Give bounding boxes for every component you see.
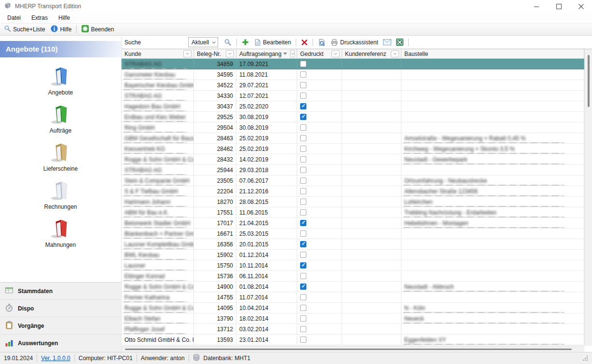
table-row[interactable]: Fremer Katharina1475511.07.2014: [122, 292, 584, 303]
print-preview-button[interactable]: [316, 38, 328, 47]
resize-grip[interactable]: [582, 355, 588, 361]
gedruckt-checkbox[interactable]: [300, 337, 306, 343]
sidebar-item-stammdaten[interactable]: Stammdaten: [0, 283, 121, 300]
gedruckt-checkbox[interactable]: [300, 177, 306, 184]
table-row[interactable]: Lausner1575010.11.2014: [122, 260, 584, 271]
table-row[interactable]: Lausner Komplettbau GmbH1635620.01.2015: [122, 239, 584, 250]
filter-button[interactable]: [331, 50, 340, 57]
table-row[interactable]: Hagedorn Bau GmbH3043725.02.2020: [122, 101, 584, 112]
sidebar-folder-angebote[interactable]: Angebote: [29, 65, 92, 96]
gedruckt-checkbox[interactable]: [300, 220, 306, 226]
sidebar-item-auswertungen[interactable]: Auswertungen: [0, 335, 121, 352]
gedruckt-checkbox[interactable]: [300, 273, 306, 279]
table-row[interactable]: Hartmann Johann1827028.08.2015Lohkirchen: [122, 197, 584, 207]
table-row[interactable]: Kiesvertrieb KG2846225.02.2019Kirchweg -…: [122, 144, 584, 154]
gedruckt-checkbox[interactable]: [300, 241, 306, 247]
search-input[interactable]: [146, 38, 187, 47]
table-row[interactable]: Rogge & Sohn GmbH & Co. KG1490001.08.201…: [122, 282, 584, 292]
print-button[interactable]: Druckassistent: [329, 38, 380, 47]
sidebar-item-vorgänge[interactable]: Vorgänge: [0, 317, 121, 335]
column-header-gedruckt[interactable]: Gedruckt: [297, 49, 342, 58]
horizontal-scrollbar-thumb[interactable]: [125, 349, 572, 350]
gedruckt-checkbox[interactable]: [300, 61, 306, 67]
delete-button[interactable]: [299, 38, 310, 47]
table-row[interactable]: Pfaffinger Josef1371203.02.2014: [122, 324, 584, 335]
menu-hilfe[interactable]: Hilfe: [53, 13, 75, 23]
filter-dropdown[interactable]: Aktuell: [188, 37, 218, 47]
close-button[interactable]: [570, 0, 592, 13]
gedruckt-checkbox[interactable]: [300, 315, 306, 322]
gedruckt-checkbox[interactable]: [300, 199, 306, 205]
table-row[interactable]: Elbach Stefan1379018.02.2014Neueck: [122, 313, 584, 324]
version-link[interactable]: Ver. 1.0.0.0: [41, 355, 70, 362]
table-row[interactable]: BWL Kiesbau1590201.12.2014: [122, 250, 584, 260]
maximize-button[interactable]: [548, 0, 570, 13]
gedruckt-checkbox[interactable]: [300, 103, 306, 109]
table-row[interactable]: ABM für Bau e.K.1755111.06.2015Trebbing …: [122, 207, 584, 218]
gedruckt-checkbox[interactable]: [300, 188, 306, 194]
gedruckt-checkbox[interactable]: [300, 124, 306, 131]
table-row[interactable]: Otto Schmid GmbH & Co. KG1359323.01.2014…: [122, 335, 584, 345]
gedruckt-checkbox[interactable]: [300, 93, 306, 99]
column-header-kunde[interactable]: Kunde: [122, 49, 194, 58]
sidebar-folder-mahnungen[interactable]: Mahnungen: [29, 217, 92, 248]
gedruckt-checkbox[interactable]: [300, 82, 306, 88]
column-header-baustelle[interactable]: Baustelle: [401, 49, 584, 58]
gedruckt-checkbox[interactable]: [300, 294, 306, 300]
sidebar-folder-aufträge[interactable]: Aufträge: [29, 103, 92, 134]
gedruckt-checkbox[interactable]: [300, 146, 306, 152]
gedruckt-checkbox[interactable]: [300, 167, 306, 173]
run-search-button[interactable]: [222, 38, 234, 47]
sidebar-folder-rechnungen[interactable]: Rechnungen: [29, 179, 92, 210]
suche-liste-button[interactable]: Suche+Liste: [1, 24, 48, 35]
hilfe-button[interactable]: Hilfe: [48, 24, 74, 35]
table-row[interactable]: Gansmeier Kiesbau3459511.08.2021: [122, 69, 584, 80]
table-row[interactable]: STRABAG AG3485917.09.2021: [122, 59, 584, 69]
table-row[interactable]: Ring GmbH2950430.08.2019: [122, 122, 584, 133]
filter-button[interactable]: [391, 50, 399, 57]
horizontal-scrollbar[interactable]: [122, 346, 584, 352]
table-row[interactable]: Erdbau und Kies Weber2952530.08.2019: [122, 112, 584, 122]
table-row[interactable]: Stein & Companie GmbH2350507.06.2017Orts…: [122, 175, 584, 186]
vertical-scrollbar-thumb[interactable]: [588, 55, 590, 107]
sidebar-item-dispo[interactable]: Dispo: [0, 300, 121, 317]
gedruckt-checkbox[interactable]: [300, 71, 306, 78]
gedruckt-checkbox[interactable]: [300, 283, 306, 290]
table-row[interactable]: STRABAG AG3433012.07.2021: [122, 91, 584, 101]
sidebar-folder-lieferscheine[interactable]: Lieferscheine: [29, 141, 92, 172]
table-row[interactable]: GBM Gesellschaft für Baustoff-2846325.02…: [122, 133, 584, 144]
gedruckt-checkbox[interactable]: [300, 230, 306, 237]
edit-button[interactable]: Bearbeiten: [252, 38, 293, 47]
gedruckt-checkbox[interactable]: [300, 156, 306, 162]
menu-extras[interactable]: Extras: [26, 13, 53, 23]
vertical-scrollbar[interactable]: [584, 49, 592, 346]
table-row[interactable]: S & F Tiefbau GmbH2220421.12.2016Allensb…: [122, 186, 584, 197]
gedruckt-checkbox[interactable]: [300, 135, 306, 141]
filter-button[interactable]: [290, 50, 295, 57]
column-header-kundenreferenz[interactable]: Kundenreferenz: [342, 49, 401, 58]
add-button[interactable]: [240, 38, 251, 47]
table-row[interactable]: Betonwerk Stadler GmbH1701721.04.2015Heb…: [122, 218, 584, 229]
beenden-button[interactable]: Beenden: [79, 24, 117, 35]
filter-button[interactable]: [226, 50, 234, 57]
column-header-beleg-nr.[interactable]: Beleg-Nr.: [194, 49, 236, 58]
minimize-button[interactable]: [525, 0, 548, 13]
table-row[interactable]: Blankenbach + Partner GmbH1667125.03.201…: [122, 229, 584, 239]
table-row[interactable]: Rogge & Sohn GmbH & Co. KG1409510.04.201…: [122, 303, 584, 313]
excel-export-icon[interactable]: [394, 38, 405, 47]
table-row[interactable]: Ettinger Konrad1573606.11.2014: [122, 271, 584, 282]
table-row[interactable]: Rogge & Sohn GmbH & Co. KG2843214.02.201…: [122, 154, 584, 165]
filter-button[interactable]: [183, 50, 192, 57]
table-row[interactable]: STRABAG AG2594429.03.2018: [122, 165, 584, 175]
mail-icon[interactable]: [381, 38, 393, 46]
gedruckt-checkbox[interactable]: [300, 326, 306, 332]
gedruckt-checkbox[interactable]: [300, 305, 306, 311]
cell-kunde: Ring GmbH: [122, 122, 194, 133]
gedruckt-checkbox[interactable]: [300, 209, 306, 216]
table-row[interactable]: Bayerischer Kiesbau GmbH3452229.07.2021: [122, 80, 584, 91]
menu-datei[interactable]: Datei: [2, 13, 26, 23]
gedruckt-checkbox[interactable]: [300, 252, 306, 258]
gedruckt-checkbox[interactable]: [300, 262, 306, 269]
column-header-auftragseingang[interactable]: Auftragseingang: [236, 49, 297, 58]
gedruckt-checkbox[interactable]: [300, 114, 306, 120]
